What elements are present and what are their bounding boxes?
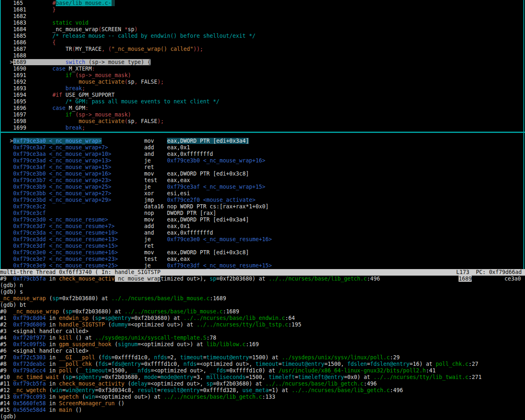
text-segment: : [92, 66, 95, 72]
text-segment [112, 190, 144, 196]
text-segment: check_mouse_activ [59, 276, 115, 282]
text-segment [118, 256, 144, 262]
text-segment: eax,0xfffffffd [167, 230, 213, 236]
console-line: (gdb) s [0, 289, 525, 295]
source-line: 165 #base/lib_mouse.c- [0, 0, 525, 7]
console-line: #6 <signal handler called> [0, 348, 525, 354]
gdb-tui-terminal[interactable]: 165 #base/lib_mouse.c- 1681 } 1682 1683 … [0, 0, 525, 420]
text-segment: endwin_sp [59, 315, 89, 321]
text-segment: #5 [0, 341, 13, 347]
text-segment: > [10, 138, 13, 144]
text-segment: 0xf79ce3df <_nc_mouse_resume+15> [167, 262, 272, 269]
text-segment [46, 249, 49, 256]
text-segment [105, 46, 108, 52]
disasm-line: 0xf79ce3e9 <_nc_mouse_resume+25> je 0xf7… [0, 262, 525, 269]
text-segment: delay [131, 381, 148, 387]
text-segment: () at [72, 335, 95, 341]
text-segment: __fds [210, 368, 226, 374]
source-line: 1693 break; [0, 85, 525, 92]
text-segment: :78 [206, 335, 216, 341]
text-segment: mov [144, 249, 167, 256]
text-segment: _nc_mouse_wrap [115, 276, 161, 282]
text-segment: mov [144, 217, 167, 223]
text-segment: sp@entry [105, 315, 131, 321]
text-segment: eax,0x1 [167, 144, 190, 151]
text-segment: 0xf79ce3aa [13, 151, 46, 157]
text-segment [0, 138, 10, 144]
text-segment: =3, [193, 374, 206, 380]
text-segment: =1500, [246, 374, 269, 380]
source-line: 1682 [0, 13, 525, 20]
text-segment [0, 171, 13, 177]
text-segment [0, 59, 10, 65]
text-segment: ( [72, 46, 75, 52]
text-segment: ret [144, 164, 154, 170]
text-segment: #3 <signal handler called> [0, 328, 89, 334]
text-segment [0, 190, 13, 196]
text-segment: nop WORD PTR cs:[rax+rax*1+0x0] [167, 203, 269, 210]
pane-divider [0, 132, 525, 133]
text-segment: ( [125, 79, 128, 85]
text-segment: } [52, 7, 56, 13]
text-segment: 0xf79cb5fa [13, 381, 46, 387]
text-segment: #14 [0, 400, 13, 406]
text-segment: , [102, 46, 105, 52]
text-segment: mov [144, 171, 167, 177]
text-segment: > [10, 59, 13, 65]
text-segment [46, 217, 49, 223]
disassembly-pane[interactable]: >0xf79ce3a0 <_nc_mouse_wrap> mov eax,DWO… [0, 138, 525, 269]
text-segment: /usr/include/x86_64-linux-gnux32/bits/po… [278, 368, 426, 374]
text-segment: case [52, 105, 66, 111]
text-segment: 1691 [0, 72, 66, 78]
text-segment: 1681 [0, 7, 52, 13]
text-segment: mov [144, 138, 167, 144]
text-segment: win@entry [66, 387, 95, 393]
disasm-line: 0xf79ce3e7 <_nc_mouse_resume+23> test ea… [0, 256, 525, 262]
text-segment: USE_GPM_SUPPORT [66, 92, 115, 98]
text-segment: test [144, 256, 167, 262]
text-segment: 0xf79ce3ad [13, 158, 46, 164]
console-line: #8 0xf72deabc in __poll_chk (fds=fds@ent… [0, 361, 525, 368]
text-segment: #12 [0, 387, 13, 393]
text-segment: 1689 [459, 276, 472, 282]
text-segment: 0xf79ce3da [13, 230, 46, 236]
text-segment: nfds [183, 361, 196, 367]
text-segment: 0xf72deabc [13, 361, 46, 367]
text-segment [0, 256, 13, 262]
text-segment [118, 249, 144, 256]
text-segment: 1684 [0, 26, 52, 32]
text-segment: #2 [0, 322, 13, 328]
console-line: #4 0xf720f977 in kill () at ../sysdeps/u… [0, 335, 525, 341]
text-segment: lib/liblow.c [206, 341, 246, 347]
text-segment: 0xf720f977 [13, 335, 46, 341]
text-segment: 1694 [0, 92, 52, 98]
text-segment: = [295, 374, 298, 380]
text-segment: wgetch [59, 394, 79, 400]
text-segment [46, 236, 49, 242]
text-segment: break [66, 125, 82, 131]
text-segment: eax,DWORD PTR [edi+0x3c8] [167, 249, 249, 256]
text-segment [0, 177, 13, 183]
text-segment: break [66, 85, 82, 91]
source-pane[interactable]: 165 #base/lib_mouse.c- 1681 } 1682 1683 … [0, 0, 525, 131]
text-segment [72, 72, 75, 78]
text-segment [108, 144, 144, 151]
text-segment: check_mouse_activity [59, 381, 125, 387]
text-segment: 0xf79ce3a0 [13, 138, 46, 144]
text-segment: mouse_activate [79, 118, 125, 124]
text-segment: if [66, 112, 72, 118]
text-segment: ScreenManager_run [59, 400, 115, 406]
text-segment [0, 144, 13, 151]
text-segment: sp [66, 374, 72, 380]
text-segment: :496 [367, 276, 380, 282]
gdb-console[interactable]: (gdb) n(gdb) s_nc_mouse_wrap (sp=0xf2b03… [0, 282, 525, 420]
text-segment: ../../ncurses/base/lib_mouse.c [112, 295, 210, 301]
text-segment [0, 197, 13, 203]
text-segment: 0xf79ce3e0 [13, 249, 46, 256]
text-segment: ../../ncurses/base/lib_getch.c [269, 276, 367, 282]
text-segment: =0xf2b03680) at [72, 308, 125, 315]
text-segment [66, 66, 69, 72]
text-segment: =16) at [409, 361, 436, 367]
text-segment: 1683 [0, 20, 52, 26]
disasm-line: 0xf79ce3aa <_nc_mouse_wrap+10> and eax,0… [0, 151, 525, 158]
